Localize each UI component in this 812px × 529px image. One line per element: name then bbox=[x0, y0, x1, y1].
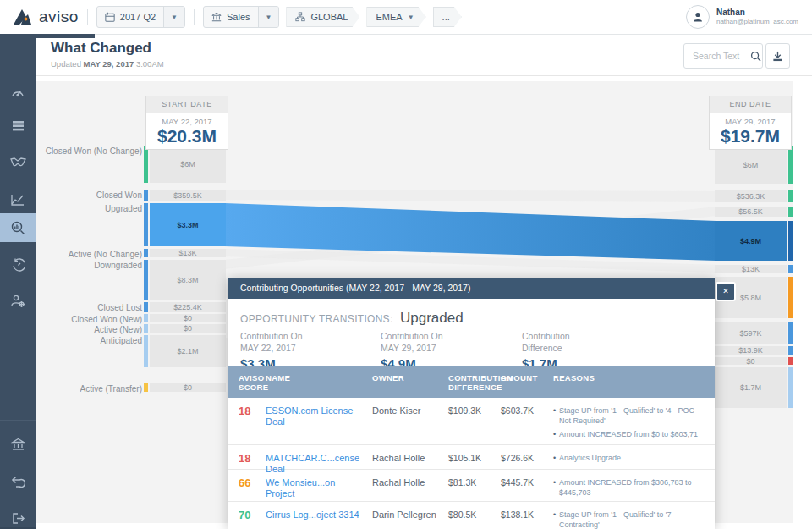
sidebar-item-logout[interactable] bbox=[0, 505, 36, 529]
table-body: 18ESSON.com License DealDonte Kiser$109.… bbox=[228, 398, 715, 529]
search-input[interactable] bbox=[691, 50, 750, 62]
flow-segment-end[interactable]: $0 bbox=[715, 357, 787, 365]
table-row: 18ESSON.com License DealDonte Kiser$109.… bbox=[228, 398, 715, 445]
aviso-logo[interactable]: aviso bbox=[12, 8, 79, 26]
sidebar: © 2017 Aviso Inc. bbox=[0, 34, 36, 529]
sidebar-item-back[interactable] bbox=[0, 469, 36, 494]
flow-segment-end[interactable]: $13K bbox=[715, 265, 787, 273]
flow-segment-end[interactable]: $4.9M bbox=[715, 221, 787, 261]
period-selector[interactable]: 2017 Q2 ▼ bbox=[96, 6, 185, 28]
search-icon[interactable] bbox=[750, 51, 761, 62]
divider bbox=[194, 9, 195, 25]
breadcrumb-global[interactable]: GLOBAL bbox=[286, 7, 359, 27]
bank-building-icon bbox=[11, 438, 25, 451]
opportunity-link[interactable]: Cirrus Log...oject 3314 bbox=[266, 510, 365, 521]
user-settings-icon bbox=[10, 294, 25, 309]
team-caret[interactable]: ▼ bbox=[258, 7, 279, 27]
team-label: Sales bbox=[227, 12, 250, 22]
user-email: nathan@platinum_asc.com bbox=[716, 18, 798, 26]
flow-segment-end[interactable]: $597K bbox=[715, 322, 787, 344]
end-date-box: END DATE MAY 29, 2017 $19.7M bbox=[709, 96, 792, 150]
emea-caret[interactable]: ▼ bbox=[408, 14, 414, 21]
table-header: AVISO SCORE NAME OWNER CONTRIBUTION DIFF… bbox=[228, 366, 715, 398]
opportunity-link[interactable]: ESSON.com License Deal bbox=[266, 405, 365, 427]
user-menu[interactable]: Nathan nathan@platinum_asc.com bbox=[686, 5, 798, 29]
breadcrumb-more[interactable]: ... bbox=[433, 7, 462, 27]
dial-icon bbox=[11, 258, 25, 273]
download-button[interactable] bbox=[765, 43, 790, 69]
aviso-score: 18 bbox=[239, 453, 264, 464]
aviso-logo-icon bbox=[12, 8, 34, 26]
reason-item: Analytics Upgrade bbox=[553, 453, 702, 463]
owner-name: Darin Pellegren bbox=[372, 510, 444, 521]
flow-segment-start[interactable]: $0 bbox=[150, 314, 226, 322]
flow-segment-end[interactable]: $13.9K bbox=[715, 346, 787, 355]
category-color-strip bbox=[144, 190, 148, 201]
sidebar-item-deals-list[interactable] bbox=[0, 113, 36, 138]
sidebar-item-history[interactable] bbox=[0, 252, 36, 278]
category-color-strip bbox=[144, 260, 148, 300]
category-color-strip bbox=[788, 322, 793, 344]
download-icon bbox=[772, 51, 783, 62]
category-color-strip bbox=[788, 207, 793, 217]
category-color-strip bbox=[788, 190, 793, 202]
sidebar-item-org[interactable] bbox=[0, 432, 36, 457]
start-total: $20.3M bbox=[146, 126, 228, 149]
category-color-strip bbox=[144, 249, 148, 257]
owner-name: Rachal Holle bbox=[372, 453, 444, 464]
transitions-label: OPPORTUNITY TRANSITIONS: bbox=[240, 313, 393, 325]
sidebar-item-dashboard[interactable] bbox=[0, 80, 36, 105]
flow-segment-start[interactable]: $2.1M bbox=[150, 335, 226, 367]
opportunity-link[interactable]: We Monsieu...on Project bbox=[266, 477, 365, 499]
category-label: Active (New) bbox=[94, 325, 142, 334]
flow-segment-start[interactable]: $0 bbox=[150, 324, 226, 333]
breadcrumb-emea[interactable]: EMEA ▼ bbox=[366, 7, 425, 27]
contributing-opportunities-modal: Contributing Opportunities (MAY 22, 2017… bbox=[228, 278, 715, 529]
flow-segment-start[interactable]: $13K bbox=[150, 249, 226, 257]
amount-value: $603.7K bbox=[501, 405, 547, 416]
category-label: Anticipated bbox=[101, 336, 142, 345]
flow-segment-start[interactable]: $8.3M bbox=[150, 260, 226, 300]
contribution-difference-value: $105.1K bbox=[448, 453, 501, 464]
flow-segment-end[interactable]: $56.5K bbox=[715, 207, 787, 217]
col-aviso-score: AVISO SCORE bbox=[239, 373, 267, 392]
breadcrumb-emea-label: EMEA bbox=[376, 12, 402, 22]
owner-name: Donte Kiser bbox=[372, 405, 444, 416]
category-color-strip bbox=[144, 335, 148, 367]
line-chart-icon bbox=[10, 193, 25, 207]
close-icon[interactable]: ✕ bbox=[716, 282, 736, 301]
flow-segment-start[interactable]: $6M bbox=[150, 146, 226, 183]
flow-segment-end[interactable]: $6M bbox=[715, 146, 787, 184]
contribution-difference-value: $81.3K bbox=[448, 477, 501, 488]
period-label: 2017 Q2 bbox=[120, 12, 156, 22]
contribution-difference-value: $109.3K bbox=[448, 405, 501, 416]
flow-segment-start[interactable]: $0 bbox=[150, 383, 226, 392]
category-color-strip bbox=[144, 146, 148, 183]
list-icon bbox=[11, 119, 25, 132]
flow-segment-start[interactable]: $359.5K bbox=[150, 190, 226, 201]
table-row: 66We Monsieu...on ProjectRachal Holle$81… bbox=[228, 470, 715, 502]
flow-segment-start[interactable]: $3.3M bbox=[150, 203, 226, 246]
transitions-value: Upgraded bbox=[400, 310, 464, 326]
period-caret[interactable]: ▼ bbox=[163, 7, 184, 27]
logo-text: aviso bbox=[39, 8, 79, 26]
avatar bbox=[686, 5, 710, 29]
category-color-strip bbox=[144, 314, 148, 322]
reasons-cell: Stage UP from '1 - Qualified' to '4 - PO… bbox=[553, 405, 702, 443]
flow-segment-start[interactable]: $225.4K bbox=[150, 302, 226, 312]
team-selector[interactable]: Sales ▼ bbox=[203, 6, 279, 28]
col-contribution-difference: CONTRIBUTION DIFFERENCE bbox=[448, 373, 501, 392]
sidebar-item-forecast[interactable] bbox=[0, 187, 36, 212]
handshake-icon bbox=[10, 157, 26, 168]
aviso-score: 70 bbox=[239, 510, 264, 521]
transitions-line: OPPORTUNITY TRANSITIONS: Upgraded bbox=[240, 310, 464, 327]
end-date: MAY 29, 2017 bbox=[710, 117, 791, 126]
flow-segment-end[interactable]: $536.3K bbox=[715, 190, 787, 202]
sidebar-item-what-changed-active[interactable] bbox=[0, 213, 36, 242]
sidebar-item-deals[interactable] bbox=[0, 150, 36, 175]
flow-segment-end[interactable]: $1.7M bbox=[715, 367, 787, 408]
category-label: Active (Transfer) bbox=[80, 384, 142, 394]
sidebar-item-admin[interactable] bbox=[0, 289, 36, 314]
reason-item: Amount INCREASED from $306,783 to $445,7… bbox=[553, 477, 702, 498]
aviso-score: 18 bbox=[239, 405, 264, 416]
